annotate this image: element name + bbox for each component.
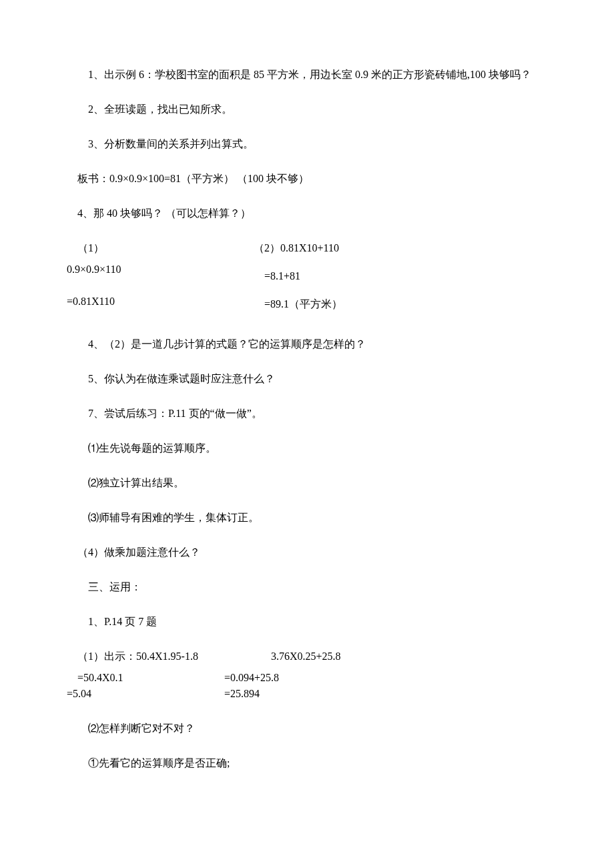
paragraph-3: 3、分析数量间的关系并列出算式。 — [67, 136, 547, 152]
calc-column-left: （1） 0.9×0.9×110 =0.81X110 — [67, 240, 254, 318]
paragraph-5: 4、那 40 块够吗？ （可以怎样算？） — [67, 205, 547, 222]
calc-left-line-3: =0.81X110 — [67, 294, 254, 310]
paragraph-15: ⑵怎样判断它对不对？ — [67, 721, 547, 737]
calc-a-line-1: =50.4X0.1 — [77, 670, 224, 686]
calc-right-line-1: （2）0.81X10+110 — [254, 240, 547, 256]
calc-column-right: （2）0.81X10+110 =8.1+81 =89.1（平方米） — [254, 240, 547, 318]
calc-left-line-1: （1） — [67, 240, 254, 256]
paragraph-16: ①先看它的运算顺序是否正确; — [67, 755, 547, 771]
paragraph-10: ⑵独立计算出结果。 — [67, 475, 547, 491]
paragraph-11: ⑶师辅导有困难的学生，集体订正。 — [67, 510, 547, 526]
calculation-block: （1） 0.9×0.9×110 =0.81X110 （2）0.81X10+110… — [67, 240, 547, 318]
calc-right-line-2: =8.1+81 — [254, 268, 547, 284]
paragraph-7: 5、你认为在做连乘试题时应注意什么？ — [67, 371, 547, 387]
document-page: 1、出示例 6：学校图书室的面积是 85 平方米，用边长室 0.9 米的正方形瓷… — [0, 0, 614, 830]
calc-right-line-3: =89.1（平方米） — [254, 296, 547, 312]
paragraph-2: 2、全班读题，找出已知所求。 — [67, 101, 547, 117]
paragraph-1: 1、出示例 6：学校图书室的面积是 85 平方米，用边长室 0.9 米的正方形瓷… — [67, 67, 547, 83]
calc-col-a: =50.4X0.1 =5.04 — [67, 670, 224, 702]
paragraph-9: ⑴生先说每题的运算顺序。 — [67, 440, 547, 456]
paragraph-14: 1、P.14 页 7 题 — [67, 614, 547, 630]
calc-b-line-2: =25.894 — [224, 686, 279, 702]
expression-b: 3.76X0.25+25.8 — [271, 648, 341, 665]
paragraph-12: （4）做乘加题注意什么？ — [67, 544, 547, 560]
paragraph-13: 三、运用： — [67, 579, 547, 595]
calc-left-line-2: 0.9×0.9×110 — [67, 262, 254, 278]
calc-b-line-1: =0.094+25.8 — [224, 670, 279, 686]
paragraph-4: 板书：0.9×0.9×100=81（平方米） （100 块不够） — [67, 171, 547, 187]
expression-row: （1）出示：50.4X1.95-1.8 3.76X0.25+25.8 — [67, 648, 547, 665]
calculation-row: =50.4X0.1 =5.04 =0.094+25.8 =25.894 — [67, 670, 547, 702]
paragraph-6: 4、（2）是一道几步计算的式题？它的运算顺序是怎样的？ — [67, 336, 547, 352]
calc-col-b: =0.094+25.8 =25.894 — [224, 670, 279, 702]
calc-a-line-2: =5.04 — [67, 686, 224, 702]
paragraph-8: 7、尝试后练习：P.11 页的“做一做”。 — [67, 406, 547, 422]
expression-a: （1）出示：50.4X1.95-1.8 — [67, 648, 271, 665]
